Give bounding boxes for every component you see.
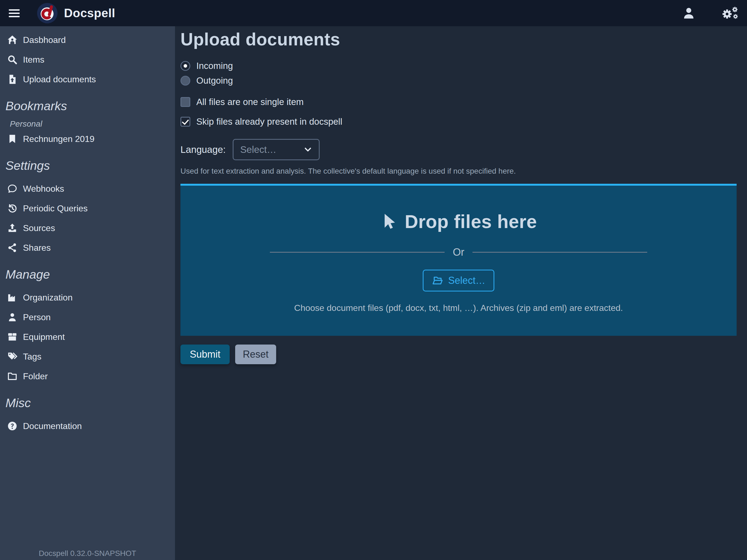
sidebar-section-bookmarks: Bookmarks	[0, 99, 175, 113]
sidebar-item-items[interactable]: Items	[0, 50, 175, 70]
industry-icon	[7, 292, 18, 303]
sidebar-item-webhooks[interactable]: Webhooks	[0, 179, 175, 199]
radio-outgoing[interactable]: Outgoing	[180, 74, 737, 87]
sidebar-item-equipment[interactable]: Equipment	[0, 327, 175, 347]
share-icon	[7, 243, 18, 253]
sidebar-item-label: Shares	[23, 243, 51, 253]
language-help-text: Used for text extraction and analysis. T…	[180, 167, 737, 176]
sidebar-item-label: Items	[23, 55, 44, 65]
language-row: Language: Select…	[180, 139, 737, 160]
folder-open-icon	[432, 275, 443, 286]
sidebar-item-label: Documentation	[23, 421, 82, 431]
app-title: Docspell	[64, 6, 115, 20]
or-label: Or	[453, 246, 464, 258]
sidebar-item-shares[interactable]: Shares	[0, 238, 175, 258]
or-divider: Or	[270, 246, 647, 258]
sidebar-item-periodic-queries[interactable]: Periodic Queries	[0, 199, 175, 218]
sidebar-section-settings: Settings	[0, 159, 175, 173]
sidebar-item-upload-documents[interactable]: Upload documents	[0, 70, 175, 89]
radio-label: Outgoing	[196, 75, 233, 86]
box-icon	[7, 332, 18, 342]
app-window: Docspell	[0, 0, 747, 560]
language-select[interactable]: Select…	[233, 139, 319, 160]
sidebar-item-label: Sources	[23, 223, 55, 233]
menu-icon[interactable]	[9, 9, 20, 17]
question-circle-icon	[7, 421, 18, 431]
select-files-button[interactable]: Select…	[423, 270, 494, 291]
docspell-logo-icon	[36, 2, 58, 24]
select-files-label: Select…	[448, 275, 485, 286]
sidebar-item-tags[interactable]: Tags	[0, 347, 175, 366]
language-label: Language:	[180, 144, 226, 155]
file-dropzone[interactable]: Drop files here Or Select… Choose docume…	[180, 184, 737, 336]
file-upload-icon	[7, 74, 18, 84]
radio-incoming[interactable]: Incoming	[180, 59, 737, 72]
sidebar-item-documentation[interactable]: Documentation	[0, 416, 175, 436]
folder-icon	[7, 371, 18, 381]
sidebar-item-label: Dasbhoard	[23, 35, 66, 45]
topbar: Docspell	[0, 0, 747, 26]
upload-icon	[7, 223, 18, 233]
person-icon	[7, 312, 18, 322]
checkbox-skip-duplicates[interactable]: Skip files already present in docspell	[180, 116, 737, 128]
app-version: Docspell 0.32.0-SNAPSHOT	[0, 549, 175, 558]
checkbox-icon	[180, 97, 190, 107]
language-select-value: Select…	[240, 144, 276, 155]
sidebar-item-bookmark-rechnungen-2019[interactable]: Rechnungen 2019	[0, 129, 175, 149]
sidebar-item-label: Person	[23, 312, 51, 322]
dropzone-title: Drop files here	[405, 211, 537, 232]
dropzone-hint: Choose document files (pdf, docx, txt, h…	[294, 303, 623, 313]
sidebar-subsection-personal: Personal	[0, 119, 175, 128]
sidebar-item-person[interactable]: Person	[0, 307, 175, 327]
settings-gears-icon[interactable]	[721, 5, 739, 21]
submit-button[interactable]: Submit	[180, 345, 230, 364]
sidebar-item-folder[interactable]: Folder	[0, 366, 175, 386]
page-title: Upload documents	[180, 29, 737, 50]
sidebar-item-label: Tags	[23, 352, 42, 362]
sidebar-item-label: Rechnungen 2019	[23, 134, 95, 144]
radio-icon	[180, 76, 190, 85]
sidebar-item-label: Periodic Queries	[23, 203, 88, 213]
mouse-pointer-icon	[380, 213, 397, 230]
sidebar-item-label: Folder	[23, 371, 48, 381]
sidebar-item-label: Webhooks	[23, 184, 64, 194]
chevron-down-icon	[304, 145, 312, 154]
radio-icon	[180, 61, 190, 71]
sidebar-item-label: Equipment	[23, 332, 65, 342]
sidebar-item-label: Upload documents	[23, 74, 96, 84]
sidebar-section-misc: Misc	[0, 396, 175, 410]
sidebar: Dasbhoard Items Upload documents Bookmar…	[0, 26, 175, 560]
user-account-icon[interactable]	[682, 6, 696, 20]
sidebar-item-sources[interactable]: Sources	[0, 218, 175, 238]
checkbox-label: Skip files already present in docspell	[196, 117, 342, 127]
main-content: Upload documents Incoming Outgoing All f…	[175, 26, 747, 560]
tags-icon	[7, 351, 18, 362]
checkbox-label: All files are one single item	[196, 97, 304, 107]
form-actions: Submit Reset	[180, 345, 737, 364]
checkbox-icon	[180, 117, 190, 127]
reset-button[interactable]: Reset	[235, 345, 276, 364]
house-icon	[7, 35, 18, 45]
bookmark-icon	[7, 134, 18, 144]
comment-icon	[7, 183, 18, 194]
sidebar-item-dashboard[interactable]: Dasbhoard	[0, 30, 175, 50]
sidebar-section-manage: Manage	[0, 268, 175, 282]
checkbox-single-item[interactable]: All files are one single item	[180, 96, 737, 108]
direction-radio-group: Incoming Outgoing	[180, 59, 737, 87]
history-icon	[7, 203, 18, 213]
search-icon	[7, 54, 18, 65]
sidebar-item-organization[interactable]: Organization	[0, 288, 175, 307]
radio-label: Incoming	[196, 61, 233, 71]
sidebar-item-label: Organization	[23, 292, 73, 303]
